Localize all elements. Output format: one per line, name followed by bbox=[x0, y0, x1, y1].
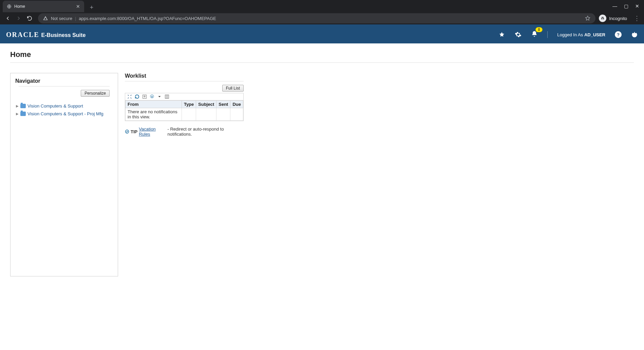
full-list-button[interactable]: Full List bbox=[222, 85, 244, 92]
worklist-table: From Type Subject Sent Due There are no … bbox=[125, 100, 243, 121]
incognito-indicator: Incognito bbox=[599, 15, 629, 22]
col-type[interactable]: Type bbox=[182, 101, 196, 108]
header-divider bbox=[547, 31, 548, 38]
not-secure-label: Not secure bbox=[51, 16, 72, 21]
brand: ORACLE E-Business Suite bbox=[6, 31, 86, 39]
refresh-icon[interactable] bbox=[135, 94, 139, 99]
personalize-row: Personalize bbox=[15, 90, 110, 97]
brand-oracle: ORACLE bbox=[6, 31, 39, 39]
expand-all-icon[interactable] bbox=[127, 94, 132, 99]
globe-icon bbox=[7, 4, 12, 9]
url-divider: | bbox=[75, 16, 76, 21]
page: Home Navigator Personalize ▶ Vision Comp… bbox=[3, 45, 641, 281]
incognito-label: Incognito bbox=[609, 16, 627, 21]
app-area: ORACLE E-Business Suite 0 Logged In As A… bbox=[0, 24, 644, 281]
col-due[interactable]: Due bbox=[230, 101, 243, 108]
bookmark-star-icon[interactable] bbox=[585, 15, 591, 21]
incognito-icon bbox=[599, 15, 606, 22]
brand-suite: E-Business Suite bbox=[41, 32, 86, 38]
reload-icon[interactable] bbox=[26, 15, 33, 21]
col-sent[interactable]: Sent bbox=[216, 101, 230, 108]
tip-suffix: - Redirect or auto-respond to notificati… bbox=[167, 127, 244, 137]
favorites-star-icon[interactable] bbox=[498, 31, 505, 38]
layout: Navigator Personalize ▶ Vision Computers… bbox=[10, 73, 634, 276]
app-header: ORACLE E-Business Suite 0 Logged In As A… bbox=[0, 26, 644, 43]
svg-point-1 bbox=[601, 18, 603, 19]
back-icon[interactable] bbox=[5, 15, 11, 21]
header-right: 0 Logged In As AD_USER ? bbox=[498, 31, 638, 39]
browser-menu-icon[interactable]: ⋮ bbox=[632, 15, 641, 22]
folder-icon bbox=[20, 112, 26, 116]
columns-icon[interactable] bbox=[165, 94, 169, 99]
tip-check-icon bbox=[125, 129, 129, 134]
expand-icon[interactable]: ▶ bbox=[16, 104, 19, 108]
navigator-item[interactable]: ▶ Vision Computers & Support - Proj Mfg bbox=[15, 110, 113, 118]
navigator-item[interactable]: ▶ Vision Computers & Support bbox=[15, 102, 113, 110]
logged-in-prefix: Logged In As bbox=[557, 32, 584, 37]
expand-icon[interactable]: ▶ bbox=[16, 112, 19, 116]
url-text: apps.example.com:8000/OA_HTML/OA.jsp?OAF… bbox=[79, 16, 216, 21]
page-title: Home bbox=[10, 50, 634, 63]
settings-gear-icon[interactable] bbox=[515, 31, 522, 38]
minimize-icon[interactable]: — bbox=[612, 3, 617, 9]
svg-point-2 bbox=[603, 18, 604, 19]
url-box[interactable]: Not secure | apps.example.com:8000/OA_HT… bbox=[38, 13, 595, 23]
dropdown-caret-icon[interactable] bbox=[157, 94, 162, 99]
empty-message-cell: There are no notifications in this view. bbox=[126, 108, 182, 121]
logged-in-text: Logged In As AD_USER bbox=[557, 32, 605, 37]
forward-icon[interactable] bbox=[16, 15, 22, 21]
personalize-button[interactable]: Personalize bbox=[81, 90, 110, 97]
address-bar: Not secure | apps.example.com:8000/OA_HT… bbox=[0, 12, 644, 24]
folder-icon bbox=[20, 104, 26, 108]
not-secure-icon bbox=[43, 16, 48, 21]
window-controls: — ▢ ✕ bbox=[612, 3, 644, 9]
worklist-toolbar bbox=[125, 93, 243, 100]
navigator-panel: Navigator Personalize ▶ Vision Computers… bbox=[10, 73, 118, 276]
worklist-rule bbox=[125, 81, 244, 81]
tip-row: TIP Vacation Rules - Redirect or auto-re… bbox=[125, 127, 244, 137]
export-icon[interactable] bbox=[142, 94, 147, 99]
nav-icons bbox=[3, 15, 35, 21]
settings-gear-icon[interactable] bbox=[150, 94, 154, 99]
svg-rect-5 bbox=[165, 95, 169, 99]
vacation-rules-link[interactable]: Vacation Rules bbox=[139, 127, 166, 137]
table-header-row: From Type Subject Sent Due bbox=[126, 101, 243, 108]
tab-bar: Home ✕ + — ▢ ✕ bbox=[0, 0, 644, 12]
svg-point-4 bbox=[151, 96, 153, 97]
worklist-table-wrap: From Type Subject Sent Due There are no … bbox=[125, 93, 244, 121]
tab-title: Home bbox=[14, 4, 25, 9]
navigator-link[interactable]: Vision Computers & Support bbox=[27, 103, 83, 109]
notification-badge: 0 bbox=[535, 27, 543, 32]
new-tab-button[interactable]: + bbox=[87, 3, 96, 12]
browser-chrome: Home ✕ + — ▢ ✕ Not secure | apps.example… bbox=[0, 0, 644, 24]
col-from[interactable]: From bbox=[126, 101, 182, 108]
worklist-panel: Worklist Full List bbox=[125, 73, 244, 137]
maximize-icon[interactable]: ▢ bbox=[624, 3, 628, 9]
help-icon[interactable]: ? bbox=[615, 31, 622, 38]
close-tab-icon[interactable]: ✕ bbox=[76, 4, 80, 9]
browser-tab[interactable]: Home ✕ bbox=[3, 1, 84, 12]
navigator-title: Navigator bbox=[15, 78, 113, 84]
navigator-rule bbox=[19, 86, 110, 86]
content-pad: Home Navigator Personalize ▶ Vision Comp… bbox=[0, 43, 644, 281]
navigator-link[interactable]: Vision Computers & Support - Proj Mfg bbox=[27, 111, 103, 116]
tip-label: TIP bbox=[131, 129, 137, 134]
table-row-empty: There are no notifications in this view. bbox=[126, 108, 243, 121]
power-icon[interactable] bbox=[631, 31, 638, 38]
logged-in-user: AD_USER bbox=[584, 32, 605, 37]
full-list-row: Full List bbox=[125, 85, 244, 92]
col-subject[interactable]: Subject bbox=[196, 101, 216, 108]
close-window-icon[interactable]: ✕ bbox=[635, 3, 639, 9]
notifications-bell[interactable]: 0 bbox=[531, 31, 538, 39]
worklist-title: Worklist bbox=[125, 73, 244, 79]
